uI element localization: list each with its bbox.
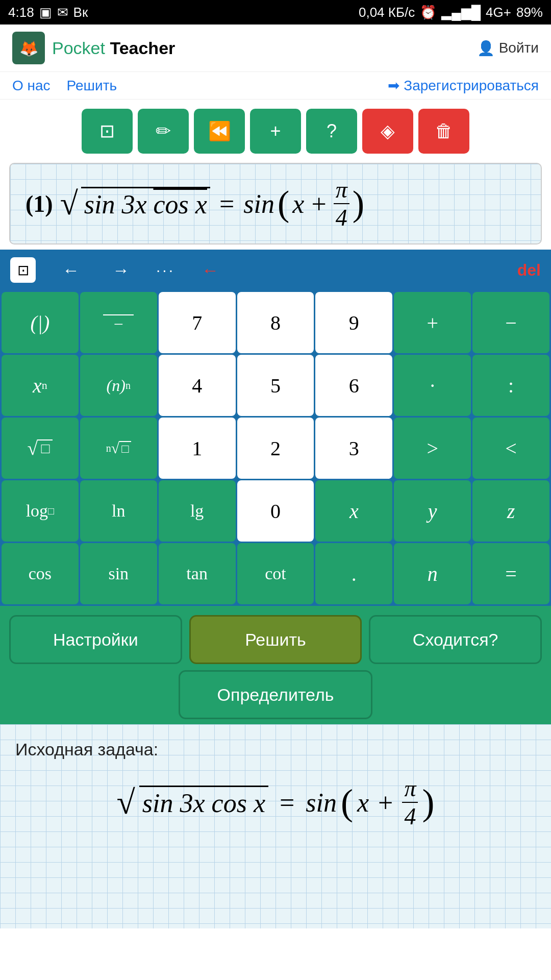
kb-back-red-btn[interactable]: ← <box>195 258 225 282</box>
nav: О нас Решить ➡ Зарегистрироваться <box>0 72 551 100</box>
toolbar-btn-trash[interactable]: 🗑 <box>418 109 469 154</box>
key-0[interactable]: 0 <box>237 480 314 542</box>
status-battery: 89% <box>516 5 543 20</box>
key-nthroot[interactable]: n√□ <box>80 418 157 479</box>
key-8[interactable]: 8 <box>237 292 314 353</box>
fraction-pi4: π 4 <box>334 176 349 231</box>
formula-text: (1) √ sin 3x cos x = sin ( x + π 4 ) <box>26 176 364 231</box>
res-plus: + <box>378 788 393 818</box>
formula-display-area: (1) √ sin 3x cos x = sin ( x + π 4 ) <box>9 163 542 244</box>
status-bar: 4:18 ▣ ✉ Вк 0,04 КБ/с ⏰ ▂▄▆█ 4G+ 89% <box>0 0 551 24</box>
key-n-var[interactable]: n <box>394 543 471 604</box>
login-label[interactable]: Войти <box>499 40 539 56</box>
toolbar-btn-plus[interactable]: + <box>250 109 301 154</box>
key-frac[interactable]: ─ <box>80 292 157 353</box>
equals-sign: = <box>219 189 234 219</box>
key-lt[interactable]: < <box>472 418 549 479</box>
key-ln[interactable]: ln <box>80 480 157 542</box>
res-sqrt-symbol: √ <box>117 783 135 822</box>
app-name-bold: Teacher <box>110 38 175 58</box>
toolbar-btn-eraser[interactable]: ◈ <box>362 109 413 154</box>
key-lg[interactable]: lg <box>159 480 236 542</box>
solve-button[interactable]: Решить <box>189 615 362 664</box>
header-login[interactable]: 👤 Войти <box>477 40 539 57</box>
res-x: x <box>357 788 369 818</box>
toolbar-btn-help[interactable]: ? <box>306 109 357 154</box>
nav-register[interactable]: ➡ Зарегистрироваться <box>388 77 539 94</box>
header: 🦊 Pocket Teacher 👤 Войти <box>0 24 551 72</box>
key-cos[interactable]: cos <box>2 543 79 604</box>
res-sqrt-content: sin 3x cos x <box>139 786 268 819</box>
toolbar-btn-rewind[interactable]: ⏪ <box>194 109 245 154</box>
toolbar-btn-frame[interactable]: ⊡ <box>82 109 133 154</box>
key-6[interactable]: 6 <box>315 355 392 416</box>
open-paren: ( <box>278 183 289 224</box>
key-equals[interactable]: = <box>472 543 549 604</box>
kb-dots: ··· <box>156 261 175 279</box>
key-tan[interactable]: tan <box>159 543 236 604</box>
person-icon: 👤 <box>477 40 495 57</box>
bottom-buttons: Настройки Решить Сходится? Определитель <box>0 606 551 724</box>
formula-label: (1) <box>26 190 53 217</box>
status-right: 0,04 КБ/с ⏰ ▂▄▆█ 4G+ 89% <box>359 5 543 20</box>
status-icon-mail: ✉ <box>57 5 68 20</box>
x-var: x <box>292 189 304 219</box>
key-paren-pow[interactable]: (n)n <box>80 355 157 416</box>
kb-frame-btn[interactable]: ⊡ <box>10 257 36 283</box>
key-sqrt[interactable]: √□ <box>2 418 79 479</box>
kb-del-label[interactable]: del <box>517 261 541 280</box>
convergence-button[interactable]: Сходится? <box>369 615 542 664</box>
toolbar-btn-pencil[interactable]: ✏ <box>138 109 189 154</box>
res-equals: = <box>280 788 294 818</box>
settings-button[interactable]: Настройки <box>9 615 182 664</box>
key-7[interactable]: 7 <box>159 292 236 353</box>
status-icon-sim: ▣ <box>39 5 52 20</box>
key-multiply[interactable]: · <box>394 355 471 416</box>
key-4[interactable]: 4 <box>159 355 236 416</box>
app-name-light: Pocket <box>52 38 110 58</box>
key-period[interactable]: . <box>315 543 392 604</box>
key-cot[interactable]: cot <box>237 543 314 604</box>
app-name: Pocket Teacher <box>52 38 175 58</box>
key-sin[interactable]: sin <box>80 543 157 604</box>
key-minus[interactable]: − <box>472 292 549 353</box>
key-2[interactable]: 2 <box>237 418 314 479</box>
key-log[interactable]: log□ <box>2 480 79 542</box>
key-1[interactable]: 1 <box>159 418 236 479</box>
register-label[interactable]: Зарегистрироваться <box>404 78 539 94</box>
register-arrow-icon: ➡ <box>388 77 399 94</box>
key-paren-both[interactable]: (|) <box>2 292 79 353</box>
key-9[interactable]: 9 <box>315 292 392 353</box>
key-plus[interactable]: + <box>394 292 471 353</box>
status-icon-alarm: ⏰ <box>420 5 436 20</box>
kb-left-arrow-btn[interactable]: ← <box>56 258 86 282</box>
key-colon[interactable]: : <box>472 355 549 416</box>
key-y-var[interactable]: y <box>394 480 471 542</box>
toolbar: ⊡ ✏ ⏪ + ? ◈ 🗑 <box>0 100 551 163</box>
res-sin: sin <box>306 788 337 818</box>
res-close-paren: ) <box>422 781 434 824</box>
kb-right-arrow-btn[interactable]: → <box>106 258 136 282</box>
res-open-paren: ( <box>341 781 353 824</box>
key-gt[interactable]: > <box>394 418 471 479</box>
keys-grid: (|) ─ 7 8 9 + − xn (n)n 4 5 6 · : √□ n√□… <box>0 290 551 606</box>
key-3[interactable]: 3 <box>315 418 392 479</box>
result-formula: √ sin 3x cos x = sin ( x + π 4 ) <box>15 775 536 830</box>
sqrt-content: sin 3x cos x <box>81 187 210 220</box>
status-network: 4G+ <box>486 5 511 20</box>
plus-in-paren: + <box>311 189 326 219</box>
key-x-var[interactable]: x <box>315 480 392 542</box>
status-signal: ▂▄▆█ <box>441 5 481 20</box>
nav-solve[interactable]: Решить <box>67 78 117 94</box>
nav-about[interactable]: О нас <box>12 78 51 94</box>
res-fraction-pi4: π 4 <box>402 775 418 830</box>
key-z-var[interactable]: z <box>472 480 549 542</box>
status-icon-vk: Вк <box>73 5 88 20</box>
determinant-button[interactable]: Определитель <box>179 670 372 719</box>
keyboard-panel: ⊡ ← → ··· ← del (|) ─ 7 8 9 + − xn (n)n … <box>0 250 551 724</box>
keyboard-nav: ⊡ ← → ··· ← del <box>0 250 551 290</box>
sin-func: sin <box>243 189 274 219</box>
key-x-pow[interactable]: xn <box>2 355 79 416</box>
key-5[interactable]: 5 <box>237 355 314 416</box>
status-time: 4:18 <box>8 5 34 20</box>
